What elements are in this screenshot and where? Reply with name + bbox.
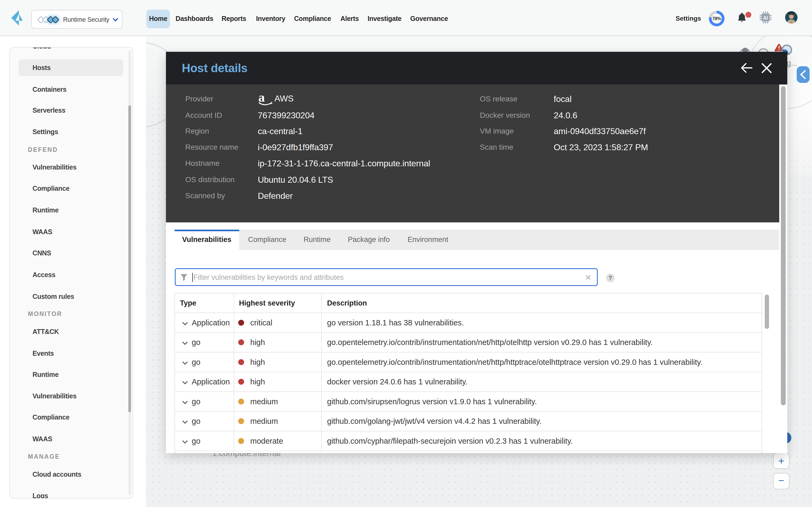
svg-text:AI: AI	[763, 15, 768, 21]
